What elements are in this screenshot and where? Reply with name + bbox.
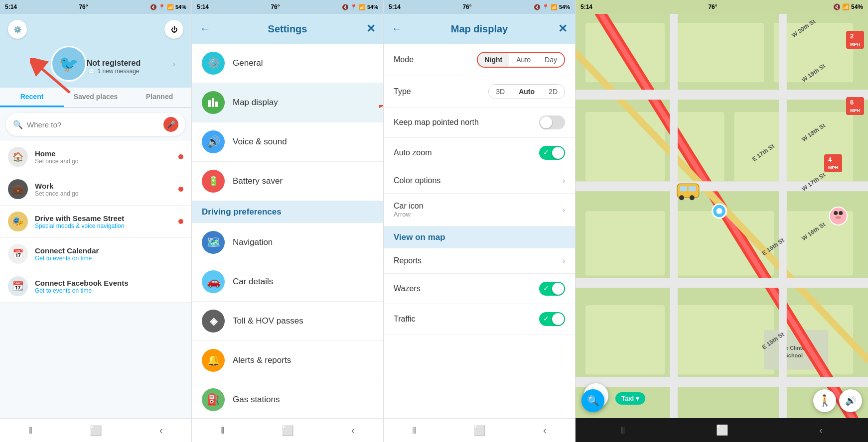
traffic-toggle[interactable]: ✓ <box>539 312 565 326</box>
back-button-settings[interactable]: ← <box>200 22 211 35</box>
search-input[interactable] <box>27 120 159 129</box>
settings-item-navigation[interactable]: 🗺️ Navigation <box>192 223 383 262</box>
nav-home-icon[interactable]: ⬜ <box>90 425 102 437</box>
nav-home-icon-p3[interactable]: ⬜ <box>473 425 486 437</box>
search-fab[interactable]: 🔍 <box>581 389 604 412</box>
person-fab[interactable]: 🚶 <box>813 389 836 412</box>
volume-fab[interactable]: 🔊 <box>839 389 862 412</box>
list-item-calendar[interactable]: 📅 Connect Calendar Get to events on time <box>0 238 191 270</box>
reports-label: Reports <box>394 256 422 265</box>
list-item-home[interactable]: 🏠 Home Set once and go <box>0 141 191 173</box>
car-details-label: Car details <box>233 277 273 287</box>
mode-day-btn[interactable]: Day <box>538 53 564 67</box>
status-bar-panel2: 5:14 76° 🔇📍📶 54% <box>192 0 383 14</box>
type-auto-btn[interactable]: Auto <box>512 85 542 99</box>
svg-point-41 <box>839 211 843 215</box>
speed-badge-2: 2MPH <box>846 31 864 49</box>
home-dot <box>178 154 183 159</box>
chevron-right-car: › <box>563 206 565 215</box>
mode-row: Mode Night Auto Day <box>384 44 575 76</box>
nav-home-icon-p2[interactable]: ⬜ <box>282 425 294 437</box>
svg-rect-23 <box>576 90 868 100</box>
mode-toggle-group[interactable]: Night Auto Day <box>477 52 565 68</box>
traffic-check-icon: ✓ <box>543 315 549 323</box>
svg-rect-18 <box>675 305 774 374</box>
person-icon: 🚶 <box>818 394 832 407</box>
search-bar[interactable]: 🔍 🎤 <box>6 113 185 136</box>
settings-item-voice[interactable]: 🔊 Voice & sound <box>192 122 383 162</box>
svg-text:School: School <box>785 352 803 358</box>
settings-item-car-details[interactable]: 🚗 Car details <box>192 262 383 302</box>
car-icon-row[interactable]: Car icon Arrow › <box>384 194 575 226</box>
home-subtitle: Set once and go <box>35 158 171 165</box>
temp-panel3: 76° <box>462 3 471 10</box>
settings-item-map-display[interactable]: Map display <box>192 83 383 122</box>
svg-rect-4 <box>215 102 218 107</box>
svg-point-46 <box>679 195 684 200</box>
settings-header: ← Settings ✕ <box>192 14 383 44</box>
settings-item-toll[interactable]: ◈ Toll & HOV passes <box>192 302 383 341</box>
wazers-toggle[interactable]: ✓ <box>539 282 565 296</box>
svg-rect-11 <box>585 112 665 181</box>
nav-back-icon-p2[interactable]: ‹ <box>351 425 355 436</box>
power-button[interactable]: ⏻ <box>164 20 183 39</box>
list-item-facebook[interactable]: 📆 Connect Facebook Events Get to events … <box>0 270 191 303</box>
nav-menu-icon-p3[interactable]: ⦀ <box>412 425 416 436</box>
tab-planned[interactable]: Planned <box>128 88 191 107</box>
nav-back-icon-p4[interactable]: ‹ <box>819 425 823 436</box>
wazers-knob <box>552 283 564 295</box>
keep-north-knob <box>540 116 552 128</box>
list-items: 🏠 Home Set once and go 💼 Work Set once a… <box>0 141 191 418</box>
nav-back-icon[interactable]: ‹ <box>159 425 163 436</box>
list-item-work[interactable]: 💼 Work Set once and go <box>0 173 191 206</box>
type-2d-btn[interactable]: 2D <box>542 85 565 99</box>
nav-home-icon-p4[interactable]: ⬜ <box>716 424 728 436</box>
color-options-row[interactable]: Color options › <box>384 168 575 194</box>
back-button-map-display[interactable]: ← <box>392 22 403 35</box>
settings-item-gas[interactable]: ⛽ Gas stations <box>192 380 383 418</box>
mic-button[interactable]: 🎤 <box>163 117 178 132</box>
nav-menu-icon-p2[interactable]: ⦀ <box>220 425 224 436</box>
close-button-settings[interactable]: ✕ <box>366 22 375 35</box>
sesame-title: Drive with Sesame Street <box>35 214 171 222</box>
type-toggle-group[interactable]: 3D Auto 2D <box>488 84 565 99</box>
settings-item-general[interactable]: ⚙️ General <box>192 44 383 83</box>
bottom-nav-panel3: ⦀ ⬜ ‹ <box>384 418 575 442</box>
auto-zoom-toggle[interactable]: ✓ <box>539 146 565 160</box>
header-top-row: ⚙️ ⏻ <box>8 20 183 39</box>
panel1-header: ⚙️ ⏻ 🐦 Not registered ✉️ 1 new messag <box>0 14 191 88</box>
keep-north-toggle[interactable] <box>539 115 565 129</box>
type-3d-btn[interactable]: 3D <box>489 85 512 99</box>
username: Not registered <box>87 59 141 68</box>
auto-zoom-knob <box>552 147 564 159</box>
svg-rect-17 <box>585 305 665 374</box>
taxi-badge[interactable]: Taxi ▾ <box>615 392 645 405</box>
alerts-icon: 🔔 <box>202 349 225 372</box>
mode-night-btn[interactable]: Night <box>478 53 510 67</box>
mic-icon: 🎤 <box>167 120 175 128</box>
home-title: Home <box>35 149 171 158</box>
battery-icon: 🔋 <box>202 170 225 193</box>
panel-settings: 5:14 76° 🔇📍📶 54% ← Settings ✕ ⚙️ General <box>192 0 384 442</box>
view-on-map-section: View on map <box>384 226 575 248</box>
facebook-subtitle: Get to events on time <box>35 287 183 294</box>
search-fab-icon: 🔍 <box>587 395 599 407</box>
work-title: Work <box>35 182 171 190</box>
settings-item-battery[interactable]: 🔋 Battery saver <box>192 162 383 201</box>
tabs-row: Recent Saved places Planned <box>0 88 191 108</box>
calendar-subtitle: Get to events on time <box>35 255 183 262</box>
map-display-title: Map display <box>451 23 508 35</box>
nav-back-icon-p3[interactable]: ‹ <box>543 425 547 436</box>
keep-north-row: Keep map pointed north <box>384 108 575 138</box>
general-icon: ⚙️ <box>202 52 225 75</box>
list-item-sesame[interactable]: 🎭 Drive with Sesame Street Special moods… <box>0 206 191 238</box>
svg-rect-26 <box>576 377 868 387</box>
svg-point-38 <box>717 208 723 214</box>
settings-item-alerts[interactable]: 🔔 Alerts & reports <box>192 341 383 380</box>
gear-button[interactable]: ⚙️ <box>8 20 27 39</box>
close-button-map-display[interactable]: ✕ <box>558 22 567 35</box>
nav-menu-icon-p4[interactable]: ⦀ <box>621 425 625 436</box>
mode-auto-btn[interactable]: Auto <box>509 53 538 67</box>
nav-menu-icon[interactable]: ⦀ <box>28 425 32 436</box>
reports-row[interactable]: Reports › <box>384 248 575 274</box>
